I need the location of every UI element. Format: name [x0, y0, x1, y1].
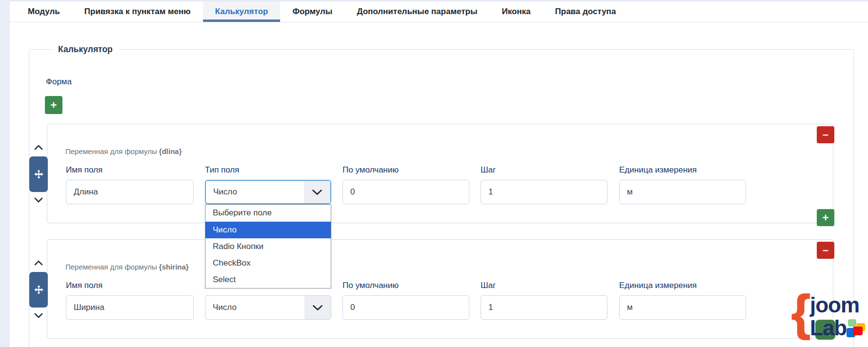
field-step-input[interactable] [481, 295, 607, 320]
tab-module[interactable]: Модуль [16, 1, 72, 22]
field-default-label: По умолчанию [343, 281, 469, 290]
chevron-up-icon [34, 260, 43, 266]
field-name-input[interactable] [66, 180, 194, 204]
field-type-select[interactable]: Число [205, 295, 331, 320]
move-row-up-button[interactable] [33, 259, 44, 266]
field-unit-input[interactable] [619, 180, 746, 204]
select-arrow-segment [304, 296, 331, 319]
drag-handle[interactable] [29, 272, 48, 308]
variable-caption-text: Переменная для формулы [65, 263, 157, 271]
move-row-down-button[interactable] [33, 312, 44, 319]
remove-row-button[interactable]: − [817, 242, 834, 259]
variable-caption-text: Переменная для формулы [65, 147, 157, 155]
dropdown-option-select[interactable]: Select [205, 271, 331, 288]
move-icon [34, 285, 44, 295]
field-step: Шаг [481, 281, 607, 320]
variable-caption: Переменная для формулы {dlina} [65, 147, 182, 155]
chevron-down-icon [34, 313, 43, 318]
field-unit: Единица измерения [619, 281, 746, 320]
logo-text-joom: joom [810, 294, 859, 316]
tab-icon[interactable]: Иконка [489, 1, 543, 22]
dropdown-option-number[interactable]: Число [205, 222, 331, 238]
field-name-label: Имя поля [66, 165, 194, 175]
logo-square-red [853, 327, 863, 335]
field-step: Шаг [481, 165, 607, 204]
chevron-down-icon [312, 305, 323, 311]
move-row-up-button[interactable] [33, 144, 44, 151]
form-section-label: Форма [46, 77, 72, 87]
tab-menu-assignment[interactable]: Привязка к пунктам меню [72, 1, 203, 22]
logo-square-green [848, 319, 856, 327]
move-row-down-button[interactable] [33, 196, 44, 203]
field-default-label: По умолчанию [343, 165, 469, 175]
dropdown-option-checkbox[interactable]: CheckBox [205, 255, 331, 271]
selected-value: Число [205, 296, 304, 319]
joomlab-logo: { joom Lab [790, 285, 868, 347]
dropdown-option-placeholder[interactable]: Выберите поле [205, 205, 331, 222]
add-form-field-button[interactable]: + [45, 96, 62, 114]
drag-handle[interactable] [29, 156, 48, 192]
field-name-label: Имя поля [66, 281, 194, 290]
fieldset-legend: Калькулятор [52, 44, 119, 55]
minus-icon: − [823, 130, 828, 140]
field-unit-label: Единица измерения [619, 281, 746, 290]
plus-icon: + [823, 212, 829, 223]
field-name: Имя поля [66, 281, 194, 320]
calculator-fieldset: Калькулятор Форма + − + Переменная для [29, 49, 854, 347]
dropdown-option-radio[interactable]: Radio Кнопки [205, 238, 331, 255]
field-unit: Единица измерения [619, 165, 746, 204]
field-type: Тип поля Число Выберите поле Число Radio… [205, 165, 331, 204]
logo-brace: { [791, 288, 810, 337]
logo-text-lab: Lab [810, 317, 847, 339]
field-unit-input[interactable] [619, 295, 746, 320]
field-step-label: Шаг [481, 165, 607, 175]
field-type-select[interactable]: Число Выберите поле Число Radio Кнопки C… [205, 180, 331, 204]
tab-permissions[interactable]: Права доступа [543, 1, 628, 22]
tab-bar: Модуль Привязка к пунктам меню Калькулят… [10, 0, 868, 22]
type-select-dropdown: Выберите поле Число Radio Кнопки CheckBo… [205, 204, 331, 289]
variable-caption: Переменная для формулы {shirina} [65, 263, 189, 271]
select-arrow-segment [304, 181, 330, 203]
field-type-label: Тип поля [205, 165, 331, 175]
field-default-input[interactable] [343, 295, 469, 320]
field-default: По умолчанию [343, 165, 469, 204]
selected-value: Число [206, 181, 304, 203]
add-row-button[interactable]: + [817, 209, 834, 226]
plus-icon: + [51, 100, 57, 111]
field-step-label: Шаг [481, 281, 607, 290]
field-step-input[interactable] [481, 180, 607, 204]
chevron-down-icon [312, 189, 323, 195]
field-name-input[interactable] [66, 295, 194, 320]
chevron-up-icon [34, 145, 43, 150]
form-field-card-shirina: − Переменная для формулы {shirina} Имя п… [47, 239, 833, 339]
variable-name: {shirina} [159, 263, 189, 271]
tab-additional-params[interactable]: Дополнительные параметры [344, 1, 489, 22]
move-icon [34, 169, 44, 179]
field-default: По умолчанию [343, 281, 469, 320]
field-unit-label: Единица измерения [619, 165, 746, 175]
tab-formulas[interactable]: Формулы [280, 1, 344, 22]
page-left-margin [0, 0, 10, 347]
variable-name: {dlina} [159, 147, 182, 155]
tab-calculator[interactable]: Калькулятор [203, 1, 281, 22]
chevron-down-icon [34, 197, 43, 203]
form-field-card-dlina: − + Переменная для формулы {dlina} Имя п… [47, 124, 833, 223]
field-name: Имя поля [66, 165, 194, 204]
field-default-input[interactable] [343, 180, 469, 204]
page: Модуль Привязка к пунктам меню Калькулят… [0, 0, 868, 347]
remove-row-button[interactable]: − [817, 126, 834, 143]
minus-icon: − [823, 245, 828, 255]
